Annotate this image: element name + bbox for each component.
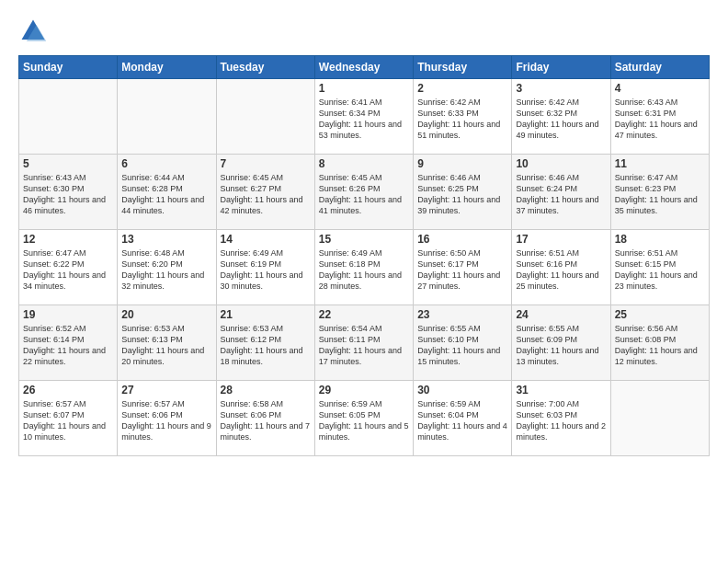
calendar-cell: 13Sunrise: 6:48 AM Sunset: 6:20 PM Dayli… bbox=[118, 230, 216, 305]
day-info: Sunrise: 6:56 AM Sunset: 6:08 PM Dayligh… bbox=[615, 323, 705, 368]
calendar-week-row: 19Sunrise: 6:52 AM Sunset: 6:14 PM Dayli… bbox=[19, 305, 710, 381]
day-info: Sunrise: 6:49 AM Sunset: 6:18 PM Dayligh… bbox=[319, 247, 409, 293]
calendar-cell bbox=[19, 79, 118, 155]
calendar-cell: 4Sunrise: 6:43 AM Sunset: 6:31 PM Daylig… bbox=[610, 79, 709, 155]
calendar-cell: 16Sunrise: 6:50 AM Sunset: 6:17 PM Dayli… bbox=[414, 230, 512, 305]
calendar-cell: 17Sunrise: 6:51 AM Sunset: 6:16 PM Dayli… bbox=[512, 230, 610, 305]
day-info: Sunrise: 6:51 AM Sunset: 6:16 PM Dayligh… bbox=[516, 247, 606, 293]
calendar-cell: 21Sunrise: 6:53 AM Sunset: 6:12 PM Dayli… bbox=[216, 305, 314, 381]
calendar-cell: 6Sunrise: 6:44 AM Sunset: 6:28 PM Daylig… bbox=[118, 155, 216, 230]
day-number: 12 bbox=[23, 233, 113, 246]
calendar-header-row: SundayMondayTuesdayWednesdayThursdayFrid… bbox=[19, 56, 710, 79]
day-number: 27 bbox=[121, 384, 211, 396]
calendar-cell: 15Sunrise: 6:49 AM Sunset: 6:18 PM Dayli… bbox=[314, 230, 413, 305]
calendar-week-row: 5Sunrise: 6:43 AM Sunset: 6:30 PM Daylig… bbox=[19, 155, 710, 230]
calendar-cell: 2Sunrise: 6:42 AM Sunset: 6:33 PM Daylig… bbox=[414, 79, 512, 155]
calendar-week-row: 26Sunrise: 6:57 AM Sunset: 6:07 PM Dayli… bbox=[19, 381, 710, 456]
day-info: Sunrise: 6:43 AM Sunset: 6:30 PM Dayligh… bbox=[23, 172, 113, 217]
calendar-cell: 20Sunrise: 6:53 AM Sunset: 6:13 PM Dayli… bbox=[118, 305, 216, 381]
day-number: 8 bbox=[319, 157, 409, 170]
calendar-cell: 23Sunrise: 6:55 AM Sunset: 6:10 PM Dayli… bbox=[414, 305, 512, 381]
day-number: 7 bbox=[221, 157, 311, 170]
day-info: Sunrise: 6:42 AM Sunset: 6:32 PM Dayligh… bbox=[516, 97, 606, 142]
day-number: 3 bbox=[516, 82, 606, 95]
calendar-cell bbox=[610, 381, 709, 456]
calendar-cell: 14Sunrise: 6:49 AM Sunset: 6:19 PM Dayli… bbox=[216, 230, 314, 305]
day-info: Sunrise: 6:46 AM Sunset: 6:24 PM Dayligh… bbox=[516, 172, 606, 217]
day-number: 23 bbox=[417, 308, 507, 321]
day-number: 4 bbox=[615, 82, 705, 95]
calendar-cell: 10Sunrise: 6:46 AM Sunset: 6:24 PM Dayli… bbox=[512, 155, 610, 230]
calendar-day-header: Friday bbox=[512, 56, 610, 79]
header bbox=[18, 17, 710, 46]
day-number: 11 bbox=[615, 157, 705, 170]
calendar-day-header: Tuesday bbox=[216, 56, 314, 79]
day-info: Sunrise: 6:51 AM Sunset: 6:15 PM Dayligh… bbox=[615, 247, 705, 293]
day-info: Sunrise: 6:55 AM Sunset: 6:10 PM Dayligh… bbox=[417, 323, 507, 368]
day-number: 1 bbox=[319, 82, 409, 95]
calendar-cell: 27Sunrise: 6:57 AM Sunset: 6:06 PM Dayli… bbox=[118, 381, 216, 456]
day-number: 25 bbox=[615, 308, 705, 321]
calendar-cell: 31Sunrise: 7:00 AM Sunset: 6:03 PM Dayli… bbox=[512, 381, 610, 456]
day-number: 9 bbox=[417, 157, 507, 170]
day-number: 26 bbox=[23, 384, 113, 396]
calendar-cell: 11Sunrise: 6:47 AM Sunset: 6:23 PM Dayli… bbox=[610, 155, 709, 230]
day-number: 10 bbox=[516, 157, 606, 170]
calendar-cell: 9Sunrise: 6:46 AM Sunset: 6:25 PM Daylig… bbox=[414, 155, 512, 230]
day-number: 17 bbox=[516, 233, 606, 246]
calendar-cell: 12Sunrise: 6:47 AM Sunset: 6:22 PM Dayli… bbox=[19, 230, 118, 305]
calendar-day-header: Wednesday bbox=[314, 56, 413, 79]
day-info: Sunrise: 6:53 AM Sunset: 6:13 PM Dayligh… bbox=[121, 323, 211, 368]
day-number: 29 bbox=[319, 384, 409, 396]
day-info: Sunrise: 6:53 AM Sunset: 6:12 PM Dayligh… bbox=[221, 323, 311, 368]
calendar-cell: 8Sunrise: 6:45 AM Sunset: 6:26 PM Daylig… bbox=[314, 155, 413, 230]
calendar-cell bbox=[118, 79, 216, 155]
day-number: 16 bbox=[417, 233, 507, 246]
calendar-cell: 30Sunrise: 6:59 AM Sunset: 6:04 PM Dayli… bbox=[414, 381, 512, 456]
calendar-week-row: 1Sunrise: 6:41 AM Sunset: 6:34 PM Daylig… bbox=[19, 79, 710, 155]
day-info: Sunrise: 6:42 AM Sunset: 6:33 PM Dayligh… bbox=[417, 97, 507, 142]
day-number: 19 bbox=[23, 308, 113, 321]
day-info: Sunrise: 6:44 AM Sunset: 6:28 PM Dayligh… bbox=[121, 172, 211, 217]
day-number: 6 bbox=[121, 157, 211, 170]
day-number: 31 bbox=[516, 384, 606, 396]
day-number: 5 bbox=[23, 157, 113, 170]
calendar-cell bbox=[216, 79, 314, 155]
day-number: 28 bbox=[221, 384, 311, 396]
day-number: 24 bbox=[516, 308, 606, 321]
calendar-cell: 1Sunrise: 6:41 AM Sunset: 6:34 PM Daylig… bbox=[314, 79, 413, 155]
calendar-cell: 18Sunrise: 6:51 AM Sunset: 6:15 PM Dayli… bbox=[610, 230, 709, 305]
day-info: Sunrise: 6:45 AM Sunset: 6:27 PM Dayligh… bbox=[221, 172, 311, 217]
day-number: 14 bbox=[221, 233, 311, 246]
calendar-cell: 5Sunrise: 6:43 AM Sunset: 6:30 PM Daylig… bbox=[19, 155, 118, 230]
calendar-cell: 28Sunrise: 6:58 AM Sunset: 6:06 PM Dayli… bbox=[216, 381, 314, 456]
calendar-cell: 26Sunrise: 6:57 AM Sunset: 6:07 PM Dayli… bbox=[19, 381, 118, 456]
day-info: Sunrise: 6:50 AM Sunset: 6:17 PM Dayligh… bbox=[417, 247, 507, 293]
logo bbox=[18, 17, 53, 46]
day-number: 13 bbox=[121, 233, 211, 246]
day-number: 20 bbox=[121, 308, 211, 321]
day-info: Sunrise: 6:57 AM Sunset: 6:06 PM Dayligh… bbox=[121, 398, 211, 443]
calendar-cell: 19Sunrise: 6:52 AM Sunset: 6:14 PM Dayli… bbox=[19, 305, 118, 381]
calendar-day-header: Saturday bbox=[610, 56, 709, 79]
day-info: Sunrise: 6:46 AM Sunset: 6:25 PM Dayligh… bbox=[417, 172, 507, 217]
calendar-day-header: Sunday bbox=[19, 56, 118, 79]
day-info: Sunrise: 6:47 AM Sunset: 6:22 PM Dayligh… bbox=[23, 247, 113, 293]
calendar-cell: 3Sunrise: 6:42 AM Sunset: 6:32 PM Daylig… bbox=[512, 79, 610, 155]
day-info: Sunrise: 6:58 AM Sunset: 6:06 PM Dayligh… bbox=[221, 398, 311, 443]
day-info: Sunrise: 6:45 AM Sunset: 6:26 PM Dayligh… bbox=[319, 172, 409, 217]
day-number: 30 bbox=[417, 384, 507, 396]
logo-icon bbox=[18, 17, 48, 46]
day-info: Sunrise: 6:41 AM Sunset: 6:34 PM Dayligh… bbox=[319, 97, 409, 142]
day-number: 22 bbox=[319, 308, 409, 321]
day-info: Sunrise: 6:47 AM Sunset: 6:23 PM Dayligh… bbox=[615, 172, 705, 217]
calendar-table: SundayMondayTuesdayWednesdayThursdayFrid… bbox=[18, 55, 710, 456]
day-number: 15 bbox=[319, 233, 409, 246]
day-info: Sunrise: 6:49 AM Sunset: 6:19 PM Dayligh… bbox=[221, 247, 311, 293]
day-info: Sunrise: 7:00 AM Sunset: 6:03 PM Dayligh… bbox=[516, 398, 606, 443]
calendar-cell: 25Sunrise: 6:56 AM Sunset: 6:08 PM Dayli… bbox=[610, 305, 709, 381]
day-info: Sunrise: 6:59 AM Sunset: 6:04 PM Dayligh… bbox=[417, 398, 507, 443]
day-info: Sunrise: 6:57 AM Sunset: 6:07 PM Dayligh… bbox=[23, 398, 113, 443]
day-info: Sunrise: 6:52 AM Sunset: 6:14 PM Dayligh… bbox=[23, 323, 113, 368]
day-number: 21 bbox=[221, 308, 311, 321]
